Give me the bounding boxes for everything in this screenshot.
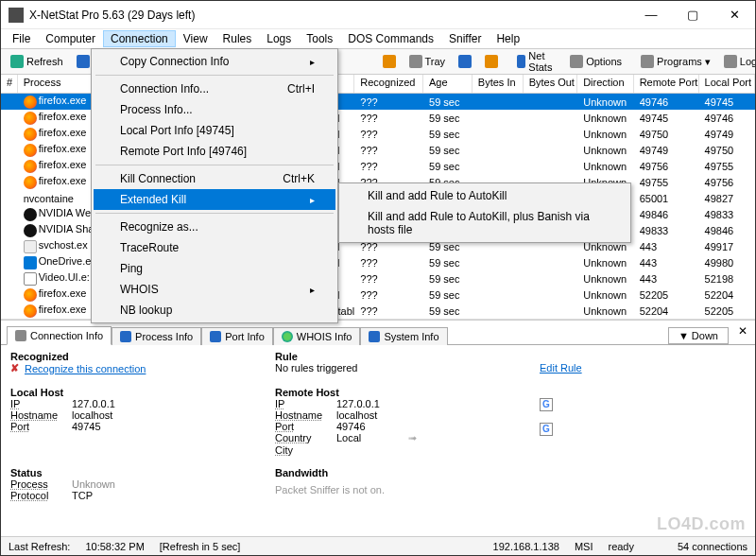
- menu-item-process-info[interactable]: Process Info...: [94, 99, 335, 120]
- menu-rules[interactable]: Rules: [215, 30, 260, 47]
- column-bin[interactable]: Bytes In: [472, 75, 524, 93]
- process-icon: [24, 176, 37, 189]
- tool-icon: [458, 55, 472, 68]
- tab-whois-info[interactable]: WHOIS Info: [273, 327, 361, 345]
- cell-dir: Unknown: [577, 272, 633, 286]
- menu-item-kill-connection[interactable]: Kill ConnectionCtrl+K: [94, 168, 335, 189]
- cell-num: [1, 165, 18, 167]
- cell-bin: [472, 165, 524, 167]
- logs-button[interactable]: Logs ▾: [718, 53, 756, 70]
- close-panel-button[interactable]: ✕: [738, 324, 747, 338]
- tool-a-button[interactable]: [453, 53, 477, 70]
- menu-item-remote-port-info[interactable]: Remote Port Info [49746]: [94, 141, 335, 162]
- cell-dir: Unknown: [577, 96, 633, 109]
- column-bout[interactable]: Bytes Out: [524, 75, 578, 93]
- arrow-icon: ➟: [408, 432, 417, 444]
- cell-dir: Unknown: [577, 288, 633, 302]
- cell-age: 59 sec: [423, 96, 472, 109]
- menu-item-accel: Ctrl+I: [287, 82, 315, 96]
- cell-rec: ???: [354, 272, 423, 286]
- cell-num: [1, 246, 18, 248]
- down-button[interactable]: ▼ Down: [668, 327, 729, 344]
- info-tabs: Connection InfoProcess InfoPort InfoWHOI…: [1, 321, 755, 345]
- column-rport[interactable]: Remote Port: [634, 75, 699, 93]
- edit-rule-link[interactable]: Edit Rule: [540, 362, 582, 374]
- process-icon: [24, 144, 37, 157]
- window-icon: [641, 55, 654, 68]
- column-num[interactable]: #: [1, 75, 18, 93]
- cell-dir: Unknown: [577, 256, 633, 269]
- cell-num: [1, 310, 18, 312]
- menu-item-local-port-info[interactable]: Local Port Info [49745]: [94, 120, 335, 141]
- menu-item-recognize-as[interactable]: Recognize as...: [94, 217, 335, 237]
- cell-rport: 49746: [634, 96, 699, 109]
- cell-lport: 52204: [699, 288, 755, 302]
- menu-help[interactable]: Help: [489, 30, 527, 47]
- column-lport[interactable]: Local Port: [699, 75, 755, 93]
- menu-computer[interactable]: Computer: [38, 30, 103, 47]
- tab-system-info[interactable]: System Info: [360, 327, 447, 345]
- programs-button[interactable]: Programs ▾: [635, 53, 716, 70]
- tab-label: System Info: [384, 331, 438, 342]
- cell-bout: [524, 262, 578, 264]
- cell-bout: [524, 165, 578, 167]
- cell-num: [1, 278, 18, 280]
- menu-item-label: TraceRoute: [120, 241, 179, 254]
- tab-connection-info[interactable]: Connection Info: [7, 326, 112, 345]
- menu-tools[interactable]: Tools: [299, 30, 340, 47]
- submenu-item[interactable]: Kill and add Rule to AutoKill: [341, 185, 628, 206]
- tab-port-info[interactable]: Port Info: [201, 327, 273, 345]
- menu-item-connection-info[interactable]: Connection Info...Ctrl+I: [94, 78, 335, 99]
- tray-icon: [409, 55, 422, 68]
- cell-lport: 49833: [699, 208, 755, 221]
- cell-num: [1, 117, 18, 119]
- tray-button[interactable]: Tray: [404, 53, 452, 70]
- menu-file[interactable]: File: [5, 30, 38, 47]
- refresh-button[interactable]: Refresh: [5, 53, 69, 70]
- maximize-button[interactable]: ▢: [672, 2, 713, 28]
- google-host-icon[interactable]: G: [540, 423, 553, 436]
- column-rec[interactable]: Recognized: [354, 75, 423, 93]
- status-header: Status: [10, 467, 275, 478]
- menu-dos-commands[interactable]: DOS Commands: [340, 30, 441, 47]
- google-ip-icon[interactable]: G: [540, 398, 553, 411]
- status-ready: ready: [608, 541, 634, 552]
- netstats-button[interactable]: Net Stats: [511, 48, 562, 75]
- process-icon: [24, 272, 37, 286]
- menu-logs[interactable]: Logs: [259, 30, 299, 47]
- cell-rport: 443: [634, 272, 699, 286]
- cell-rec: ???: [354, 128, 423, 141]
- column-dir[interactable]: Direction: [577, 75, 633, 93]
- close-button[interactable]: ✕: [713, 2, 755, 28]
- menu-item-nb-lookup[interactable]: NB lookup: [94, 300, 335, 321]
- menu-view[interactable]: View: [176, 30, 215, 47]
- recognize-link[interactable]: Recognize this connection: [25, 363, 146, 374]
- cell-bin: [472, 246, 524, 248]
- cell-bout: [524, 101, 578, 103]
- column-process[interactable]: Process: [18, 75, 97, 93]
- cell-age: 59 sec: [423, 272, 472, 286]
- menu-sniffer[interactable]: Sniffer: [441, 30, 489, 47]
- menu-item-traceroute[interactable]: TraceRoute: [94, 237, 335, 258]
- menu-item-copy-connection-info[interactable]: Copy Connection Info: [94, 51, 335, 72]
- submenu-item[interactable]: Kill and add Rule to AutoKill, plus Bani…: [341, 206, 628, 240]
- column-age[interactable]: Age: [423, 75, 472, 93]
- process-icon: [24, 160, 37, 173]
- status-ip: 192.168.1.138: [493, 541, 559, 552]
- cell-process: firefox.exe: [18, 303, 97, 318]
- menu-item-extended-kill[interactable]: Extended Kill: [94, 189, 335, 210]
- cell-rport: 52204: [634, 304, 699, 318]
- tool-b-button[interactable]: [479, 53, 504, 70]
- minimize-button[interactable]: —: [630, 2, 672, 28]
- cell-rec: ???: [354, 304, 423, 318]
- options-button[interactable]: Options: [564, 53, 627, 70]
- process-icon: [24, 208, 37, 221]
- cell-process: firefox.exe: [18, 174, 97, 189]
- close-conn-button[interactable]: [377, 53, 402, 70]
- cell-bin: [472, 278, 524, 280]
- menu-connection[interactable]: Connection: [103, 30, 176, 47]
- menu-item-ping[interactable]: Ping: [94, 258, 335, 279]
- menu-item-whois[interactable]: WHOIS: [94, 279, 335, 300]
- programs-label: Programs: [657, 56, 702, 67]
- tab-process-info[interactable]: Process Info: [112, 327, 201, 345]
